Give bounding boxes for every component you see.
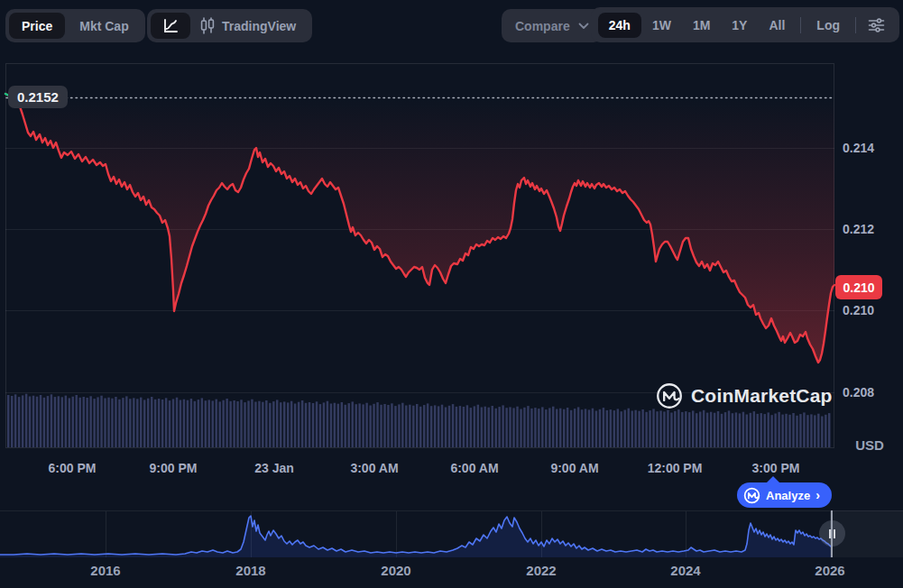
minimap-year-tick: 2020 — [381, 563, 410, 578]
analyze-button[interactable]: Analyze › — [737, 482, 832, 508]
analyze-logo-icon — [743, 487, 760, 504]
minimap-year-tick: 2016 — [90, 563, 120, 578]
minimap-year-tick: 2024 — [670, 563, 700, 578]
minimap-year-tick: 2018 — [235, 563, 265, 578]
coinmarketcap-watermark: CoinMarketCap — [656, 382, 833, 409]
price-chart-page: Price Mkt Cap TradingView Compare — [0, 0, 903, 588]
coinmarketcap-logo-icon — [656, 382, 683, 409]
history-minimap[interactable] — [0, 510, 903, 557]
analyze-label: Analyze — [766, 489, 810, 502]
minimap-drag-handle[interactable] — [819, 520, 845, 547]
watermark-text: CoinMarketCap — [691, 385, 833, 407]
current-price-badge: 0.210 — [835, 275, 882, 299]
chevron-right-icon: › — [815, 488, 820, 502]
minimap-year-tick: 2022 — [526, 563, 556, 578]
open-price-badge: 0.2152 — [8, 86, 68, 108]
minimap-year-tick: 2026 — [815, 563, 844, 578]
